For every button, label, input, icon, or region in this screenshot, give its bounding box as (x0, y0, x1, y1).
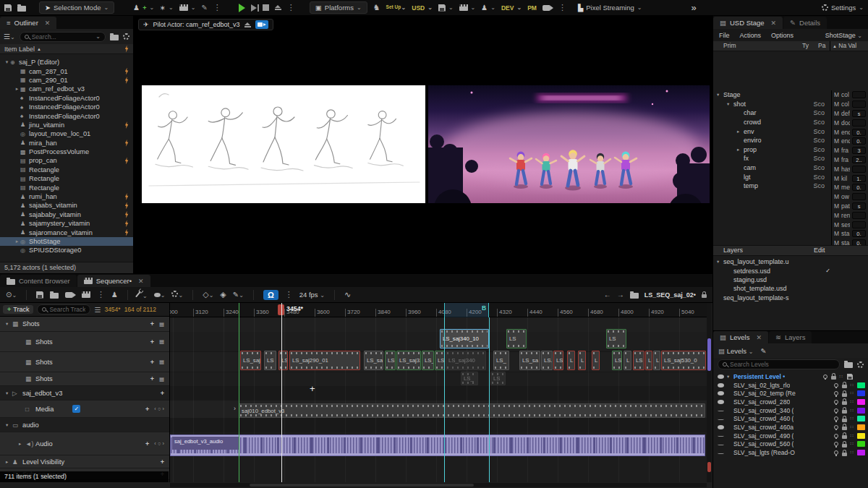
level-row[interactable]: ▾ Persistent Level • ∷ (713, 372, 868, 381)
level-row[interactable]: SLV_saj_crowd_460a ∷ (713, 423, 868, 432)
tab-content-browser[interactable]: Content Browser (0, 275, 77, 287)
lighting-scenario-icon[interactable] (834, 391, 838, 395)
tab-usd-stage[interactable]: ▤ USD Stage✕ (713, 17, 783, 29)
outliner-row[interactable]: ◎ SPIUSDStorage0 (0, 246, 133, 254)
eye-visibility-icon[interactable] (718, 443, 724, 445)
edit-pen-icon[interactable]: ✎ (201, 4, 207, 12)
sequencer-track-row[interactable]: ▦ Shots ✓ + ▦ ‹ ○ › (0, 372, 169, 386)
tools-wrench-dropdown[interactable]: ⌄ (137, 291, 148, 299)
track-filter-icon[interactable]: ☰ (94, 306, 101, 314)
outliner-row[interactable]: ▩ PostProcessVolume (0, 147, 133, 156)
shot-clip[interactable]: LS_saj2 (240, 351, 261, 370)
outliner-row[interactable]: ▸ ▦ cam_ref_edbot_v3 (0, 85, 133, 93)
save-options-dropdown[interactable]: ⌄ (438, 4, 454, 12)
prim-row[interactable]: ▾ shot Sco (713, 100, 830, 109)
render-movie-icon[interactable] (82, 291, 90, 298)
outliner-column-header[interactable]: Item Label▲ (0, 44, 133, 54)
snap-magnet-toggle[interactable]: Ω (263, 290, 278, 300)
eye-visibility-icon[interactable] (718, 409, 724, 411)
close-icon[interactable]: ✕ (45, 20, 51, 27)
metadata-row[interactable]: M end 0. (832, 127, 868, 137)
render-options-kebab[interactable]: ⋮ (97, 290, 105, 299)
outliner-row[interactable]: ♟ jinu_vitamin (0, 121, 133, 129)
menu-actions[interactable]: Actions (740, 32, 762, 39)
play-options-kebab[interactable]: ⋮ (287, 3, 295, 12)
outliner-row[interactable]: ▦ cam_287_01 (0, 67, 133, 75)
add-section-button[interactable]: + (161, 458, 164, 466)
outliner-row[interactable]: ▦ cam_290_01 (0, 76, 133, 85)
level-color-chip[interactable] (857, 424, 865, 430)
platforms-dropdown[interactable]: ▣Platforms⌄ (310, 1, 367, 14)
level-row[interactable]: SLV_saj_lgts (Read-O ∷ (713, 448, 868, 457)
shot-clip[interactable]: LS (633, 351, 644, 370)
outliner-settings-icon[interactable] (123, 33, 129, 40)
level-color-chip[interactable] (857, 408, 865, 414)
close-icon[interactable]: ✕ (756, 334, 762, 341)
outliner-row[interactable]: ▾ ⊕ saj_P (Editor) (0, 58, 133, 67)
sequencer-track-row[interactable]: ▸ ◄) Audio ✓ + ▦ ‹ ○ › (0, 432, 169, 455)
shot-clip[interactable]: LS (264, 351, 276, 370)
sequence-breadcrumb[interactable]: LS_SEQ_saj_02• (644, 291, 696, 299)
camera-capture-button[interactable] (542, 5, 553, 11)
outliner-row[interactable]: ▤ Rectangle (0, 174, 133, 183)
lock-icon[interactable] (842, 435, 847, 439)
shot-clip[interactable]: LS (612, 351, 622, 370)
lighting-scenario-icon[interactable] (834, 408, 838, 413)
metadata-value-field[interactable]: 0. (852, 137, 866, 145)
lock-icon[interactable] (842, 453, 847, 456)
lock-icon[interactable] (842, 401, 847, 405)
sequencer-track-row[interactable]: □ Media ✓ + ▦ ‹ ○ › (0, 401, 169, 418)
prim-row[interactable]: ▸ prop Sco (713, 145, 830, 155)
metadata-value-field[interactable] (852, 100, 866, 108)
metadata-value-field[interactable]: 0. (852, 239, 866, 245)
snap-options-kebab[interactable]: ⋮ (285, 290, 293, 299)
metadata-row[interactable]: M pat s (832, 202, 868, 211)
eye-visibility-icon[interactable] (718, 452, 724, 454)
camera-lock-icon[interactable]: ▦ (159, 376, 164, 382)
shot-clip[interactable]: L (624, 351, 631, 370)
eye-visibility-icon[interactable] (718, 400, 724, 404)
slate-dropdown[interactable]: ⌄ (459, 4, 476, 11)
folder-add-icon[interactable] (844, 362, 853, 368)
level-row[interactable]: SLV_saj_02_lgts_rlo ∷ (713, 381, 868, 390)
outliner-row[interactable]: ♠ InstancedFoliageActor0 (0, 94, 133, 103)
find-in-browser-icon[interactable] (50, 293, 59, 299)
level-color-chip[interactable] (857, 399, 865, 405)
audio-waveform-clip[interactable]: saj_edbot_v3_audio (170, 435, 705, 456)
outliner-row[interactable]: ♟ sajaabs_vitamin (0, 201, 133, 210)
outliner-row[interactable]: ♟ rumi_han (0, 192, 133, 201)
tab-levels[interactable]: ▤ Levels✕ (713, 331, 768, 343)
folder-add-icon[interactable] (110, 35, 119, 40)
stage-selector-dropdown[interactable]: ShotStage ⌄ (825, 32, 862, 39)
keyframe-nav-icons[interactable]: ‹ ○ › (154, 406, 164, 412)
layer-row[interactable]: staging.usd ✓ (713, 275, 868, 284)
expand-arrow-icon[interactable]: ▸ (19, 441, 25, 447)
metadata-value-field[interactable] (852, 166, 866, 173)
metadata-value-field[interactable]: 0. (852, 230, 866, 237)
menu-file[interactable]: File (719, 32, 730, 39)
metadata-value-field[interactable]: 3 (852, 147, 866, 154)
add-track-button[interactable]: +Track (3, 305, 33, 314)
outliner-row[interactable]: ♟ sajaromance_vitamin (0, 228, 133, 236)
frame-skip-button[interactable] (251, 4, 257, 12)
lighting-scenario-icon[interactable] (834, 442, 838, 446)
track-search[interactable] (37, 304, 90, 314)
shot-clip[interactable]: LS (278, 351, 288, 370)
shot-clip[interactable]: LS (506, 329, 527, 348)
track-search-input[interactable] (49, 306, 85, 313)
prim-row[interactable]: temp Sco (713, 181, 830, 191)
shot-clip[interactable]: L (653, 351, 660, 370)
tab-outliner[interactable]: ≡ Outliner✕ (0, 17, 56, 29)
metadata-value-field[interactable] (852, 193, 866, 200)
shot-clip[interactable]: LS_saj340_10 (440, 329, 489, 348)
curve-editor-icon[interactable]: ∿ (344, 290, 351, 299)
current-frame-readout[interactable]: 3454* (104, 306, 120, 313)
eye-visibility-icon[interactable] (718, 383, 724, 388)
expand-arrow-icon[interactable]: ▾ (6, 422, 12, 428)
outliner-row[interactable]: ♟ sajababy_vitamin (0, 210, 133, 219)
sequencer-track-row[interactable]: ▦ Shots ✓ + ▦ ‹ ○ › (0, 332, 169, 352)
shot-clip[interactable]: LS (606, 329, 626, 348)
prim-row[interactable]: crowd Sco (713, 118, 830, 127)
tools-overflow-kebab[interactable]: ⋮ (558, 3, 566, 12)
add-actor-button[interactable]: ♟+⌄ (133, 4, 154, 12)
